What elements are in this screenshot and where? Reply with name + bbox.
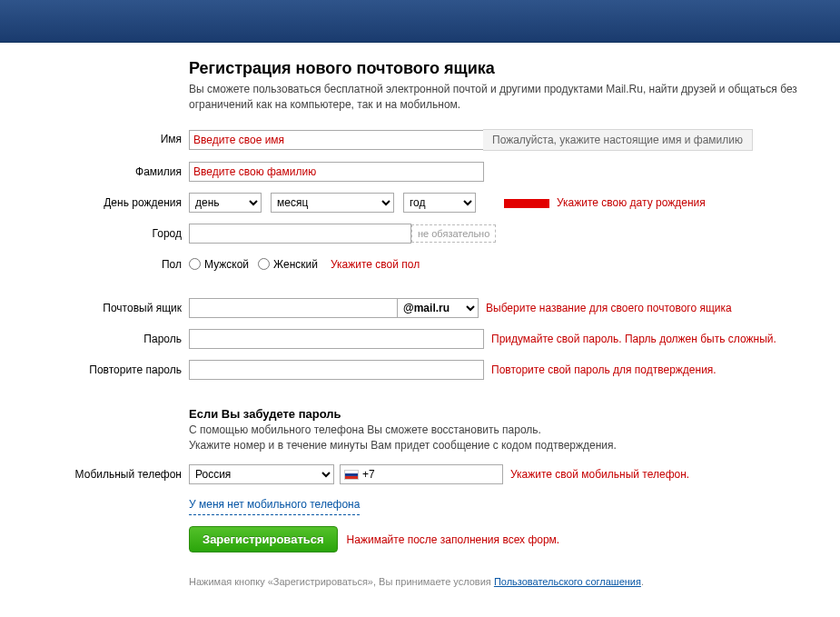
agree-text: Нажимая кнопку «Зарегистрироваться», Вы …: [189, 576, 644, 587]
city-optional-badge: не обязательно: [411, 224, 496, 243]
mailbox-domain-select[interactable]: @mail.ru: [397, 298, 479, 318]
phone-error: Укажите свой мобильный телефон.: [510, 464, 689, 484]
register-note: Нажимайте после заполнения всех форм.: [347, 533, 560, 546]
gender-female-radio[interactable]: Женский: [258, 254, 318, 274]
recovery-text-2: Укажите номер и в течение минуты Вам при…: [189, 438, 840, 453]
gender-error: Укажите свой пол: [331, 254, 420, 274]
recovery-section: Если Вы забудете пароль С помощью мобиль…: [0, 407, 840, 454]
phone-country-select[interactable]: Россия: [189, 464, 334, 484]
label-gender: Пол: [0, 254, 189, 274]
top-header-bar: [0, 0, 840, 43]
label-password-repeat: Повторите пароль: [0, 360, 189, 380]
birthday-month-select[interactable]: месяц: [271, 193, 394, 213]
label-password: Пароль: [0, 329, 189, 349]
ru-flag-icon: [344, 470, 359, 480]
birthday-day-select[interactable]: день: [189, 193, 262, 213]
no-phone-link[interactable]: У меня нет мобильного телефона: [189, 495, 360, 515]
register-button[interactable]: Зарегистрироваться: [189, 526, 338, 552]
first-name-input[interactable]: [189, 130, 484, 150]
city-input[interactable]: [189, 224, 411, 244]
birthday-year-select[interactable]: год: [403, 193, 476, 213]
gender-male-radio[interactable]: Мужской: [189, 254, 249, 274]
page-title: Регистрация нового почтового ящика: [189, 59, 840, 78]
mailbox-error: Выберите название для своего почтового я…: [486, 298, 732, 318]
label-first-name: Имя: [0, 129, 189, 149]
page-header-block: Регистрация нового почтового ящика Вы см…: [0, 59, 840, 113]
label-birthday: День рождения: [0, 193, 189, 213]
recovery-heading: Если Вы забудете пароль: [189, 407, 840, 421]
password-input[interactable]: [189, 329, 484, 349]
password-error: Придумайте свой пароль. Парль должен быт…: [491, 329, 776, 349]
mailbox-input[interactable]: [189, 298, 398, 318]
birthday-error: Укажите свою дату рождения: [557, 193, 706, 213]
arrow-icon: [481, 193, 549, 213]
password-repeat-input[interactable]: [189, 360, 484, 380]
password-repeat-error: Повторите свой пароль для подтверждения.: [491, 360, 716, 380]
label-phone: Мобильный телефон: [0, 464, 189, 484]
last-name-input[interactable]: [189, 162, 484, 182]
label-mailbox: Почтовый ящик: [0, 298, 189, 318]
page-subtitle: Вы сможете пользоваться бесплатной элект…: [189, 82, 840, 113]
label-last-name: Фамилия: [0, 162, 189, 182]
name-tip: Пожалуйста, укажите настоящие имя и фами…: [483, 129, 753, 151]
user-agreement-link[interactable]: Пользовательского соглашения: [494, 576, 641, 587]
phone-number-input[interactable]: [340, 464, 503, 484]
recovery-text-1: С помощью мобильного телефона Вы сможете…: [189, 423, 840, 438]
label-city: Город: [0, 224, 189, 244]
